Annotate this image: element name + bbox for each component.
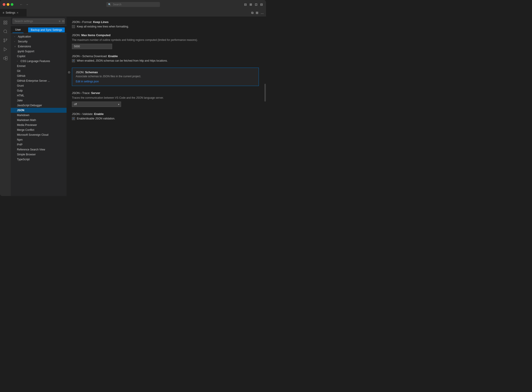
svg-rect-0 bbox=[4, 21, 5, 22]
layout-icon-4[interactable]: ⊟ bbox=[260, 2, 263, 7]
activity-run-icon[interactable] bbox=[1, 45, 9, 53]
sidebar-item-media-previewer[interactable]: Media Previewer bbox=[11, 122, 66, 127]
traffic-light-green[interactable] bbox=[11, 3, 13, 6]
nav-back-button[interactable]: ← bbox=[19, 2, 24, 7]
sidebar-item-emmet[interactable]: Emmet bbox=[11, 64, 66, 69]
sidebar-item-merge-conflict[interactable]: Merge Conflict bbox=[11, 127, 66, 132]
sidebar-tree: › Application › Security ∨ Extensions .i… bbox=[11, 33, 66, 196]
sidebar-item-security[interactable]: › Security bbox=[11, 39, 66, 44]
traffic-light-red[interactable] bbox=[3, 3, 5, 6]
trace-server-select-wrapper: off messages verbose ▾ bbox=[72, 102, 121, 107]
traffic-lights bbox=[3, 3, 13, 6]
nav-arrows: ← → bbox=[19, 2, 29, 7]
sidebar-item-markdown-math[interactable]: Markdown Math bbox=[11, 118, 66, 122]
sidebar-item-application[interactable]: › Application bbox=[11, 34, 66, 39]
trace-server-select[interactable]: off messages verbose bbox=[72, 102, 121, 107]
activity-source-control-icon[interactable] bbox=[1, 36, 9, 44]
nav-forward-button[interactable]: → bbox=[24, 2, 29, 7]
titlebar-right: ⊟ ⊞ ⊡ ⊟ bbox=[244, 2, 263, 7]
sidebar: ≡ ⊟ User Backup and Sync Settings › Appl… bbox=[11, 17, 66, 196]
schema-download-checkbox[interactable]: ✓ bbox=[72, 59, 75, 62]
sidebar-item-php[interactable]: PHP bbox=[11, 142, 66, 147]
sidebar-item-npm[interactable]: Npm bbox=[11, 137, 66, 142]
svg-rect-3 bbox=[6, 23, 7, 24]
more-actions-icon[interactable]: … bbox=[260, 10, 264, 15]
setting-checkbox-row-schema-download: ✓ When enabled, JSON schemas can be fetc… bbox=[72, 59, 259, 62]
scrollbar-thumb[interactable] bbox=[264, 84, 266, 102]
sidebar-item-git[interactable]: Git bbox=[11, 69, 66, 74]
settings-tab-close[interactable]: ✕ bbox=[17, 11, 19, 14]
max-items-input[interactable] bbox=[72, 44, 112, 49]
titlebar: ← → 🔍 ⊟ ⊞ ⊡ ⊟ bbox=[0, 0, 266, 9]
setting-card-desc-schemas: Associate schemas to JSON files in the c… bbox=[76, 75, 255, 78]
svg-rect-1 bbox=[6, 21, 7, 22]
setting-title-schema-download: JSON › Schema Download: Enable bbox=[72, 55, 259, 58]
sidebar-item-ipynb[interactable]: .ipynb Support bbox=[11, 49, 66, 54]
content-and-scroll: JSON › Format: Keep Lines Keep all exist… bbox=[66, 17, 266, 196]
titlebar-center: 🔍 bbox=[106, 2, 160, 7]
sidebar-item-copilot[interactable]: Copilot bbox=[11, 54, 66, 59]
sidebar-item-javascript-debugger[interactable]: JavaScript Debugger bbox=[11, 103, 66, 108]
sidebar-item-json[interactable]: JSON bbox=[11, 108, 66, 113]
sidebar-item-label: Microsoft Sovereign Cloud bbox=[17, 133, 48, 136]
sidebar-item-label: Git bbox=[17, 70, 20, 73]
validate-enable-checkbox[interactable]: ✓ bbox=[72, 117, 75, 120]
sidebar-item-label: GitHub bbox=[17, 74, 25, 77]
edit-in-settings-json-link[interactable]: Edit in settings.json bbox=[76, 80, 99, 83]
activity-extensions-icon[interactable] bbox=[1, 54, 9, 62]
settings-tab-label: Settings bbox=[6, 11, 15, 14]
sidebar-item-label: Markdown Math bbox=[17, 119, 36, 122]
settings-search-input[interactable] bbox=[13, 19, 65, 24]
sidebar-item-github-enterprise[interactable]: GitHub Enterprise Server ... bbox=[11, 78, 66, 83]
sidebar-item-label: PHP bbox=[17, 143, 23, 146]
user-tab[interactable]: User bbox=[13, 27, 24, 33]
sidebar-item-extensions[interactable]: ∨ Extensions bbox=[11, 44, 66, 49]
filter-settings-icon[interactable]: ⊟ bbox=[62, 20, 64, 23]
activity-search-icon[interactable] bbox=[1, 28, 9, 36]
layout-icon-1[interactable]: ⊟ bbox=[244, 2, 247, 7]
keep-lines-checkbox[interactable] bbox=[72, 25, 75, 28]
sidebar-item-html[interactable]: HTML bbox=[11, 93, 66, 98]
sidebar-item-label: Jake bbox=[17, 99, 23, 102]
setting-title-trace-server: JSON › Trace: Server bbox=[72, 91, 259, 95]
sidebar-item-typescript[interactable]: TypeScript bbox=[11, 157, 66, 162]
sidebar-item-gulp[interactable]: Gulp bbox=[11, 88, 66, 93]
sidebar-item-jake[interactable]: Jake bbox=[11, 98, 66, 103]
titlebar-search-input[interactable] bbox=[106, 2, 160, 7]
sidebar-item-markdown[interactable]: Markdown bbox=[11, 113, 66, 118]
layout-icon-3[interactable]: ⊡ bbox=[254, 2, 258, 7]
main-layout: ≡ ⊟ User Backup and Sync Settings › Appl… bbox=[0, 17, 266, 196]
traffic-light-yellow[interactable] bbox=[7, 3, 9, 6]
chevron-right-icon: › bbox=[17, 60, 20, 62]
scrollbar-track[interactable] bbox=[264, 17, 266, 196]
gear-settings-icon[interactable]: ⚙ bbox=[68, 70, 71, 74]
setting-checkbox-row-validate: ✓ Enable/disable JSON validation. bbox=[72, 117, 259, 120]
sidebar-item-label: JavaScript Debugger bbox=[17, 104, 42, 107]
sidebar-item-label: Media Previewer bbox=[17, 123, 37, 126]
sidebar-item-label: Gulp bbox=[17, 89, 23, 92]
sidebar-item-simple-browser[interactable]: Simple Browser bbox=[11, 152, 66, 157]
chevron-down-icon: ∨ bbox=[14, 45, 17, 47]
svg-point-5 bbox=[4, 39, 5, 40]
setting-title-max-items: JSON: Max Items Computed bbox=[72, 33, 259, 37]
sidebar-item-label: JSON bbox=[17, 109, 24, 112]
list-filter-icon[interactable]: ≡ bbox=[59, 20, 60, 23]
svg-rect-10 bbox=[5, 56, 7, 58]
sidebar-item-label: Emmet bbox=[17, 65, 25, 68]
sidebar-item-microsoft-sovereign[interactable]: Microsoft Sovereign Cloud bbox=[11, 132, 66, 137]
layout-toggle-icon[interactable]: ⊞ bbox=[255, 10, 259, 15]
split-editor-icon[interactable]: ⧉ bbox=[251, 10, 254, 15]
sidebar-item-label: Extensions bbox=[18, 45, 31, 48]
settings-tab[interactable]: ≡ Settings ✕ bbox=[0, 9, 27, 17]
svg-rect-2 bbox=[4, 23, 5, 24]
sidebar-item-reference-search[interactable]: Reference Search View bbox=[11, 147, 66, 152]
settings-tab-icon: ≡ bbox=[3, 11, 4, 14]
sidebar-item-grunt[interactable]: Grunt bbox=[11, 83, 66, 88]
backup-sync-button[interactable]: Backup and Sync Settings bbox=[28, 28, 65, 32]
sidebar-item-github[interactable]: GitHub bbox=[11, 74, 66, 78]
activity-explorer-icon[interactable] bbox=[1, 19, 9, 27]
sidebar-item-label: Copilot bbox=[17, 55, 25, 58]
sidebar-item-css[interactable]: › CSS Language Features bbox=[11, 59, 66, 64]
sidebar-item-label: Merge Conflict bbox=[17, 128, 34, 131]
layout-icon-2[interactable]: ⊞ bbox=[249, 2, 253, 7]
